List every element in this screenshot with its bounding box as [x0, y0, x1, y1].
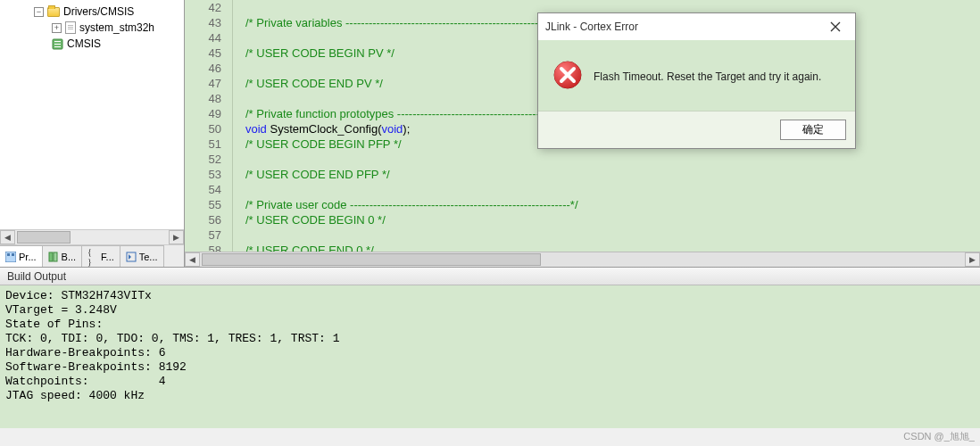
project-panel-tabs: Pr... B... { } F... Te...	[0, 244, 184, 267]
scroll-thumb[interactable]	[17, 231, 71, 244]
project-sidebar: − Drivers/CMSIS + system_stm32h CMSIS ◀ …	[0, 0, 185, 267]
book-icon	[52, 38, 63, 50]
ok-button[interactable]: 确定	[780, 120, 846, 140]
scroll-left-icon[interactable]: ◀	[185, 252, 200, 267]
svg-rect-8	[54, 252, 57, 261]
svg-rect-4	[5, 252, 16, 262]
folder-icon	[47, 7, 60, 17]
svg-rect-6	[12, 253, 14, 256]
svg-rect-3	[54, 46, 61, 47]
template-icon	[126, 252, 137, 262]
editor-hscrollbar[interactable]: ◀ ▶	[185, 252, 980, 267]
svg-rect-7	[49, 252, 53, 261]
tree-label: CMSIS	[67, 37, 101, 50]
dialog-message: Flash Timeout. Reset the Target and try …	[594, 70, 821, 83]
tree-file-system-stm32h[interactable]: + system_stm32h	[0, 20, 184, 36]
dialog-title-text: JLink - Cortex Error	[545, 21, 638, 33]
build-output-header: Build Output	[0, 268, 980, 285]
svg-rect-2	[54, 44, 61, 45]
scroll-right-icon[interactable]: ▶	[169, 230, 184, 244]
tab-templates[interactable]: Te...	[120, 245, 164, 267]
tab-label: Pr...	[19, 252, 37, 262]
books-icon	[48, 252, 59, 262]
tree-file-cmsis[interactable]: CMSIS	[0, 36, 184, 52]
tab-label: Te...	[139, 252, 158, 262]
dialog-titlebar[interactable]: JLink - Cortex Error	[538, 13, 855, 40]
error-dialog: JLink - Cortex Error Flash Timeout. Rese…	[537, 12, 856, 149]
svg-rect-5	[7, 253, 10, 256]
tab-label: F...	[101, 252, 114, 262]
scroll-left-icon[interactable]: ◀	[0, 230, 15, 244]
sidebar-hscrollbar[interactable]: ◀ ▶	[0, 229, 184, 244]
svg-rect-1	[54, 41, 61, 42]
scroll-track[interactable]	[15, 230, 169, 244]
error-icon	[552, 60, 583, 93]
line-gutter: 4243444546474849505152535455565758	[185, 0, 233, 252]
project-tree: − Drivers/CMSIS + system_stm32h CMSIS	[0, 0, 184, 229]
project-icon	[5, 252, 16, 262]
tree-label: Drivers/CMSIS	[63, 5, 134, 18]
tree-label: system_stm32h	[79, 21, 154, 34]
tab-books[interactable]: B...	[43, 245, 83, 267]
scroll-track[interactable]	[200, 252, 965, 267]
file-icon	[65, 21, 76, 34]
tree-folder-drivers-cmsis[interactable]: − Drivers/CMSIS	[0, 4, 184, 20]
build-output[interactable]: Device: STM32H743VITx VTarget = 3.248V S…	[0, 285, 980, 428]
tab-project[interactable]: Pr...	[0, 245, 43, 267]
collapse-icon[interactable]: −	[34, 7, 44, 17]
close-icon[interactable]	[823, 17, 848, 37]
output-title: Build Output	[7, 270, 66, 283]
watermark: CSDN @_旭旭_	[903, 430, 975, 443]
braces-icon: { }	[87, 252, 98, 262]
tab-functions[interactable]: { } F...	[82, 245, 120, 267]
expand-icon[interactable]: +	[52, 23, 62, 33]
tab-label: B...	[62, 252, 77, 262]
scroll-thumb[interactable]	[202, 253, 541, 266]
scroll-right-icon[interactable]: ▶	[965, 252, 980, 267]
